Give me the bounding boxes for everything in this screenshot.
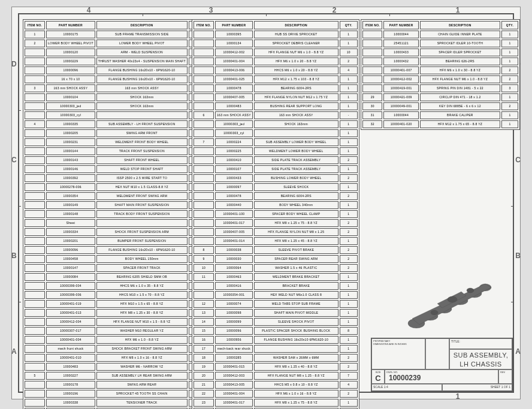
cell: 7 [340,372,358,380]
cell: 10000134 [215,40,253,47]
cell: 10000064 [215,264,253,272]
cell: HHCS M5 x 0.8 x 10 - 8.8 YZ [254,381,338,389]
cell: 2 [340,174,358,182]
cell: 10000225 [215,147,253,155]
cell: SPROCKET DEBRIS CLEANER [254,40,338,47]
table-row: 810000038SLEEVE PIVOT BRAKE2 [194,246,358,254]
cell: 10000395 [215,31,253,38]
zone-col-3-top: 3 [151,6,271,14]
cell: HEX NUT M10 x 1.5 CLASS-8.8 YZ [96,183,188,191]
cell: 10000413-006 [215,66,253,74]
cell: 10000401-007 [383,66,419,74]
table-row: 2210000401-004HFX M6 x 1.0 x 16 - 8.8 YZ… [194,390,358,398]
cell: 1 [340,165,358,173]
cell: HFX FLANGE NYLON NUT M8 x 1.25 [254,228,338,236]
svg-point-8 [448,296,457,302]
table-row: 10000205SWING ARM FRONT1 [25,129,207,137]
cell: 3 [501,84,518,92]
cell [25,390,45,398]
table-row: 10000303_cyl1 [25,111,207,119]
cell: FLANGE BUSHING 16x20x10 - 6PM1620-10 [96,246,188,254]
cell: 10 [194,264,214,272]
table-row: 510000227SUB ASSEMBLY LH REAR SWING ARM1 [25,372,207,380]
table-row: 10000458BODY WHEEL 150mm4 [25,255,207,263]
cell: 1 [501,120,518,128]
cell [194,75,214,83]
cell: 10000149 [46,201,95,209]
table-row: 10000149SHAFT MAIN FRONT SUSPENSION1 [25,201,207,209]
cell: 10000407-005 [215,228,253,236]
table-row: 10000231WELDMENT FRONT BODY WHEEL1 [25,138,207,146]
cell: 10000401-010 [46,354,95,362]
table-row: 2LOWER BODY WHEEL PIVOTLOWER BODY WHEEL … [25,40,207,47]
cell: 10000074 [215,300,253,308]
cell: WELDMENT FRONT SWING ARM [96,192,188,200]
table-row: 1110000463WELDMENT BRAKE BRACKET1 [194,273,358,281]
cell [362,66,382,74]
table-row: 10000303_jedSHOCK 163mm1 [194,120,358,128]
cell: mech front shock [46,345,95,353]
cell [194,165,214,173]
cell [25,111,45,119]
cell: HHCS M6 x 1.0 x 35 - 8.8 YZ [96,282,188,290]
svg-marker-6 [412,284,491,325]
cell: 10000421-009 [383,93,419,101]
cell [25,291,45,299]
bom-table-2: ITEM NO. PART NUMBER DESCRIPTION QTY. 10… [192,19,359,409]
cell: 4 [25,120,45,128]
table-row: 10000338TENSIONER TRACK1 [25,399,207,407]
cell: 1 [340,201,358,209]
cell: SLEEVE PIVOT BRAKE [254,246,338,254]
table-row: 10000334SHOCK FRONT SUSPENSION ARM1 [25,228,207,236]
cell: 10000410 [215,156,253,164]
cell [25,156,45,164]
table-row: 10000416BRACKET BRAKE1 [194,282,358,290]
cell: 10000401-014 [215,237,253,245]
table-row: 16 x 70 x 10FLANGE BUSHING 16x20x10 - 6P… [25,75,207,83]
cell: 2 [501,102,518,110]
table-row: 1310000098SHAFT MAIN PIVOT MIDDLE1 [194,309,358,317]
cell [194,210,214,218]
table-row: 10000147SPACER FRONT TRACK1 [25,264,207,272]
cell: 10000084 [46,273,95,281]
table-row: 10000096FLANGE BUSHING 16x20x10 - 6PM162… [25,246,207,254]
cell [96,219,188,227]
cell: 10000440 [215,201,253,209]
cell [25,363,45,371]
cell [194,192,214,200]
cell: HFX M8 x 1.25 x 75 - 8.8 YZ [254,399,338,407]
cell: 9 [194,255,214,263]
table-row: 10000178SWING ARM REAR1 [25,381,207,389]
cell: 10000143 [46,156,95,164]
cell: 10000285 [215,354,253,362]
cell: WELDMENT LOWER BODY WHEEL [254,147,338,155]
cell: 1 [340,237,358,245]
cell [362,40,382,47]
table-row: 10000412-004HFX FLANGE NUT M10 x 1.5 - 8… [25,318,207,326]
cell: 163 mm SHOCK ASSY [254,111,338,119]
cell: SLEEVE SHOCK [254,183,338,191]
cell: 5 [25,372,45,380]
table-row: 10000401-013HFX M8 x 1.25 x 30 - 8.8 YZ2 [25,309,207,317]
cell: SIDE PLATE TRACK ASSEMBLY [254,156,338,164]
cell [96,111,188,119]
cell [362,84,382,92]
cell [194,228,214,236]
table-row: 10000401-017HFX M8 x 1.25 x 75 - 8.8 YZ2 [194,219,358,227]
cell: 10000148 [46,210,95,218]
cell: 1 [340,183,358,191]
table-row: 10000440BODY WHEEL 340mm1 [194,201,358,209]
cell: 10000401-004 [215,57,253,65]
cell [362,75,382,83]
table-row: 10000407-005HFX FLANGE NYLON NUT M12 x 1… [194,93,358,101]
table-row: 10000278-006HEX NUT M10 x 1.5 CLASS-8.8 … [25,183,207,191]
cell: 1 [340,282,358,290]
table-row: 10000044CHAIN GUIDE INNER PLATE1 [362,31,518,38]
table-row: 10000229THRUST WASHER 40x23x4 - SUSPENSI… [25,57,207,65]
cell: KEY DIN 6885E - 6 x 6 x 12 [420,102,500,110]
cell: 29 [362,93,382,101]
cell: 25451121 [383,40,419,47]
cell: 10000334 [46,228,95,236]
table-row: Sheet- [25,219,207,227]
zone-row-c-r: C [515,118,521,202]
